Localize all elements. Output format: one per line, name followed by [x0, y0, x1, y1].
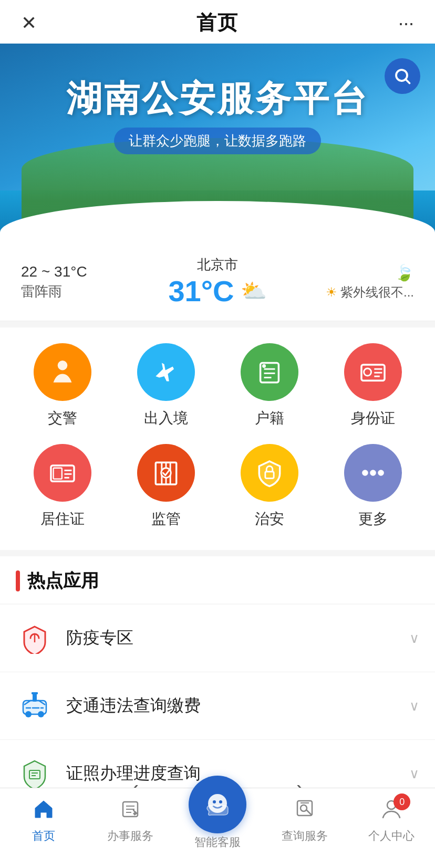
svg-point-51 [301, 805, 307, 811]
supervision-label: 监管 [151, 509, 181, 529]
weather-temp: 31°C ⛅ [152, 274, 283, 308]
chevron-down-icon: ∨ [409, 630, 419, 647]
svg-point-49 [219, 800, 222, 803]
entry-exit-label: 出入境 [144, 408, 188, 428]
hot-section-title: 热点应用 [27, 569, 99, 593]
hero-banner: 湖南公安服务平台 让群众少跑腿，让数据多跑路 [0, 44, 435, 243]
residence-permit-label: 居住证 [40, 509, 85, 529]
weather-bar: 22 ~ 31°C 雷阵雨 北京市 31°C ⛅ 🍃 ☀ 紫外线很不... [0, 243, 435, 321]
svg-point-48 [213, 800, 216, 803]
residence-permit-icon-wrap [34, 444, 91, 502]
leaf-icon: 🍃 [283, 263, 414, 282]
public-security-label: 治安 [255, 509, 284, 529]
service-row-2: 居住证 监管 [11, 444, 424, 529]
nav-item-personal[interactable]: 个人中心 [348, 793, 435, 852]
traffic-violation-icon [16, 687, 54, 725]
weather-desc: 雷阵雨 [21, 282, 152, 301]
svg-rect-32 [32, 692, 38, 694]
weather-right: 🍃 ☀ 紫外线很不... [283, 263, 414, 301]
top-navigation: ✕ 首页 ··· [0, 0, 435, 44]
nav-item-home[interactable]: 首页 [0, 793, 87, 852]
more-icon[interactable]: ··· [393, 12, 419, 34]
banner-subtitle: 让群众少跑腿，让数据多跑路 [114, 128, 321, 154]
household-label: 户籍 [255, 408, 284, 428]
pandemic-label: 防疫专区 [66, 627, 409, 650]
weather-sun-icon: ⛅ [241, 279, 267, 303]
weather-range: 22 ~ 31°C [21, 263, 152, 280]
weather-left: 22 ~ 31°C 雷阵雨 [21, 263, 152, 301]
pandemic-icon [16, 619, 54, 657]
home-label: 首页 [32, 828, 55, 844]
supervision-icon-wrap [137, 444, 195, 502]
entry-exit-icon-wrap [137, 343, 195, 401]
smart-service-circle [189, 776, 246, 833]
service-grid: 交警 出入境 [0, 327, 435, 550]
svg-point-29 [25, 711, 32, 717]
close-icon[interactable]: ✕ [16, 12, 42, 34]
weather-uv: ☀ 紫外线很不... [283, 284, 414, 301]
page-title: 首页 [196, 9, 239, 36]
service-item-public-security[interactable]: 治安 [222, 444, 317, 529]
home-icon [32, 797, 55, 825]
svg-line-53 [307, 810, 311, 814]
svg-point-9 [364, 368, 371, 376]
query-icon [293, 797, 316, 825]
more-icon-wrap [344, 444, 402, 502]
hot-item-traffic-violation[interactable]: 交通违法查询缴费 ∨ [0, 672, 435, 740]
svg-point-30 [38, 711, 44, 717]
chevron-down-icon-2: ∨ [409, 698, 419, 714]
service-item-entry-exit[interactable]: 出入境 [119, 343, 213, 428]
nav-item-affairs[interactable]: 办事服务 [87, 793, 174, 852]
service-item-household[interactable]: 户籍 [222, 343, 317, 428]
search-button[interactable] [385, 58, 420, 94]
service-item-traffic-police[interactable]: 交警 [15, 343, 110, 428]
more-label: 更多 [358, 509, 388, 529]
svg-rect-14 [53, 468, 61, 479]
hot-item-pandemic[interactable]: 防疫专区 ∨ [0, 605, 435, 672]
personal-label: 个人中心 [368, 828, 415, 844]
weather-city: 北京市 [152, 256, 283, 274]
sun-icon: ☀ [326, 285, 337, 300]
household-icon-wrap [241, 343, 298, 401]
affairs-label: 办事服务 [107, 828, 153, 844]
svg-line-1 [406, 80, 410, 83]
svg-point-2 [57, 361, 67, 371]
service-item-supervision[interactable]: 监管 [119, 444, 213, 529]
affairs-icon [119, 797, 142, 825]
svg-rect-31 [33, 693, 37, 702]
svg-point-7 [262, 364, 266, 368]
nav-item-smart-service[interactable]: 智能客服 [174, 776, 261, 850]
traffic-police-label: 交警 [48, 408, 77, 428]
svg-point-25 [370, 470, 376, 476]
svg-point-54 [387, 801, 396, 809]
weather-center: 北京市 31°C ⛅ [152, 256, 283, 308]
svg-point-26 [378, 470, 384, 476]
hot-section-header: 热点应用 [0, 556, 435, 604]
query-label: 查询服务 [282, 828, 328, 844]
smart-service-label: 智能客服 [194, 834, 241, 850]
traffic-police-icon-wrap [34, 343, 91, 401]
service-item-id-card[interactable]: 身份证 [326, 343, 420, 428]
id-card-label: 身份证 [351, 408, 395, 428]
public-security-icon-wrap [241, 444, 298, 502]
nav-item-query[interactable]: 查询服务 [261, 793, 348, 852]
id-card-icon-wrap [344, 343, 402, 401]
traffic-violation-label: 交通违法查询缴费 [66, 694, 409, 717]
service-row-1: 交警 出入境 [11, 343, 424, 428]
personal-icon [380, 797, 403, 825]
svg-point-24 [362, 470, 368, 476]
bottom-navigation: 首页 办事服务 [0, 788, 435, 868]
banner-title: 湖南公安服务平台 [0, 75, 435, 123]
section-bar-indicator [16, 570, 20, 591]
service-item-more[interactable]: 更多 [326, 444, 420, 529]
service-item-residence-permit[interactable]: 居住证 [15, 444, 110, 529]
